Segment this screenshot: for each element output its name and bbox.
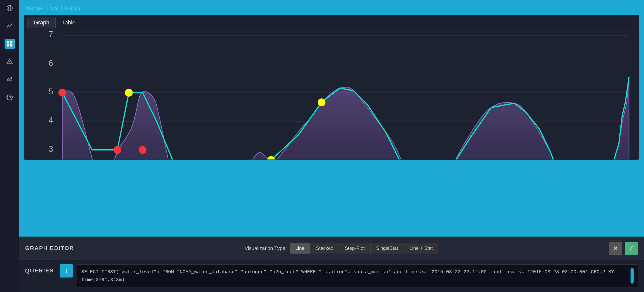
editor-actions: ✕ ✓ — [609, 242, 638, 255]
svg-point-29 — [139, 146, 146, 154]
viz-type-label: Visualization Type: — [245, 245, 287, 251]
graph-container: Graph Table 7 6 5 4 3 2 1 0 — [24, 15, 639, 160]
globe-icon — [6, 5, 13, 11]
query-text: SELECT FIRST("water_level") FROM "NOAA_w… — [81, 268, 628, 284]
svg-text:6: 6 — [49, 58, 53, 68]
svg-rect-5 — [10, 41, 12, 43]
graph-line-icon — [6, 23, 13, 29]
editor-title: GRAPH EDITOR — [25, 245, 74, 252]
svg-point-32 — [267, 156, 275, 160]
sidebar-item-globe[interactable] — [5, 3, 15, 13]
svg-point-34 — [318, 99, 325, 106]
settings-icon — [6, 94, 13, 100]
graph-title-area: Name This Graph — [24, 4, 639, 12]
query-input-area[interactable]: SELECT FIRST("water_level") FROM "NOAA_w… — [77, 264, 638, 287]
viz-btn-line-stat[interactable]: Line + Stat — [404, 243, 438, 254]
svg-point-27 — [59, 89, 66, 96]
viz-buttons: Line Stacked Step-Plot SingleStat Line +… — [290, 243, 438, 254]
viz-type-section: Visualization Type: Line Stacked Step-Pl… — [245, 243, 438, 254]
dashboard-icon — [6, 40, 13, 47]
svg-rect-6 — [7, 44, 9, 47]
tab-table[interactable]: Table — [56, 17, 82, 28]
svg-point-10 — [9, 96, 10, 98]
svg-point-31 — [125, 89, 133, 96]
top-panel: Name This Graph Graph Table 7 6 5 4 3 2 … — [19, 0, 644, 237]
query-scrollbar[interactable] — [631, 268, 634, 284]
svg-point-3 — [11, 23, 12, 24]
svg-rect-7 — [10, 44, 12, 47]
svg-point-28 — [114, 146, 121, 154]
svg-text:7: 7 — [49, 31, 53, 39]
sidebar-item-dashboard[interactable] — [5, 39, 15, 49]
bottom-panel: GRAPH EDITOR Visualization Type: Line St… — [19, 237, 644, 292]
viz-btn-singlestat[interactable]: SingleStat — [371, 243, 404, 254]
chart-svg: 7 6 5 4 3 2 1 0 — [37, 31, 634, 160]
sidebar — [0, 0, 19, 292]
svg-text:4: 4 — [49, 115, 53, 125]
chart-area: 7 6 5 4 3 2 1 0 — [24, 28, 639, 160]
tab-graph[interactable]: Graph — [27, 17, 56, 28]
main-content: Name This Graph Graph Table 7 6 5 4 3 2 … — [19, 0, 644, 292]
editor-header: GRAPH EDITOR Visualization Type: Line St… — [19, 237, 644, 260]
sidebar-item-crown[interactable] — [5, 74, 15, 84]
add-query-button[interactable]: + — [60, 264, 73, 278]
sidebar-item-graph[interactable] — [5, 21, 15, 31]
sidebar-item-alert[interactable] — [5, 56, 15, 67]
svg-rect-4 — [7, 41, 9, 43]
close-button[interactable]: ✕ — [609, 242, 622, 255]
confirm-button[interactable]: ✓ — [625, 242, 638, 255]
svg-point-9 — [9, 63, 10, 63]
viz-btn-step-plot[interactable]: Step-Plot — [339, 243, 371, 254]
graph-tabs: Graph Table — [24, 15, 639, 28]
sidebar-item-settings[interactable] — [5, 92, 15, 102]
alert-icon — [6, 58, 13, 65]
crown-icon — [6, 76, 13, 83]
queries-section: QUERIES + SELECT FIRST("water_level") FR… — [19, 260, 644, 292]
queries-label: QUERIES — [25, 264, 56, 274]
viz-btn-stacked[interactable]: Stacked — [310, 243, 339, 254]
svg-text:5: 5 — [49, 87, 53, 96]
svg-text:3: 3 — [49, 144, 53, 154]
graph-title[interactable]: Name This Graph — [24, 4, 80, 12]
viz-btn-line[interactable]: Line — [290, 243, 310, 254]
